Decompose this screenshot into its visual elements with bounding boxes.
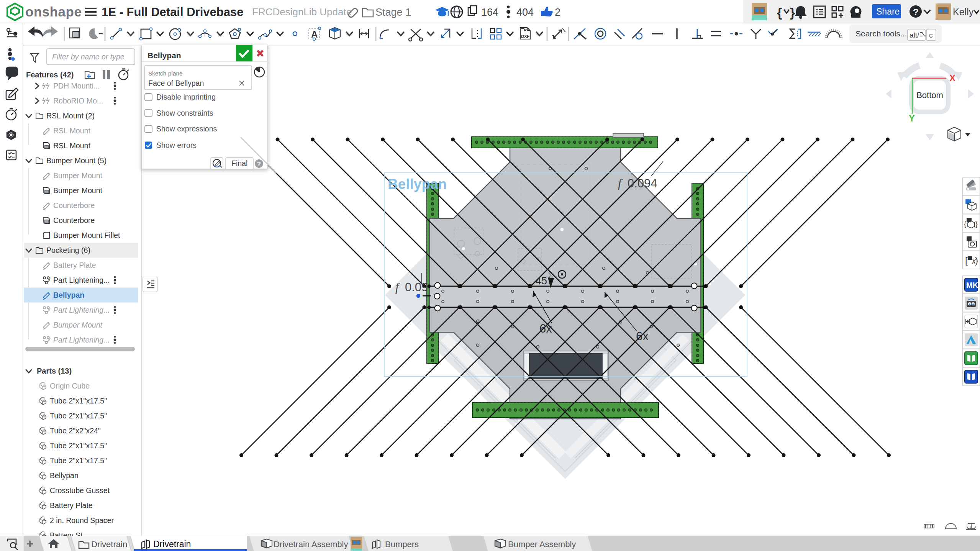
svg-text:0.094: 0.094 xyxy=(628,177,657,190)
svg-text:Show expressions: Show expressions xyxy=(156,125,217,133)
svg-text:Bellypan: Bellypan xyxy=(50,471,79,480)
svg-text:FRCDesignLib Update: FRCDesignLib Update xyxy=(252,6,352,18)
svg-text:Part Lightening...: Part Lightening... xyxy=(53,336,110,344)
svg-text:Battery Plate: Battery Plate xyxy=(50,501,93,510)
svg-text:Y: Y xyxy=(909,113,915,123)
svg-text:6x: 6x xyxy=(636,330,649,343)
svg-text:Show constraints: Show constraints xyxy=(156,109,213,117)
svg-text:}: } xyxy=(790,5,795,20)
svg-text:45: 45 xyxy=(536,275,547,287)
svg-text:Kelly: Kelly xyxy=(953,7,974,17)
svg-text:RSL Mount: RSL Mount xyxy=(53,126,90,135)
svg-text:Crosstube Gusset: Crosstube Gusset xyxy=(50,486,110,495)
svg-text:Bumper Mount Fillet: Bumper Mount Fillet xyxy=(53,231,120,239)
svg-text:?: ? xyxy=(913,7,919,17)
svg-text:Bumper Mount (5): Bumper Mount (5) xyxy=(46,156,107,165)
svg-text:6x: 6x xyxy=(539,322,552,335)
svg-text:RSL Mount: RSL Mount xyxy=(53,141,90,150)
svg-text:Tube 2"x1"x17.5": Tube 2"x1"x17.5" xyxy=(50,441,107,450)
svg-text:[: [ xyxy=(965,255,968,266)
svg-text:Tube 2"x1"x17.5": Tube 2"x1"x17.5" xyxy=(50,456,107,465)
svg-text:Bumper Assembly: Bumper Assembly xyxy=(508,540,576,549)
svg-text:Bellypan: Bellypan xyxy=(388,176,447,192)
svg-text:Bumper Mount: Bumper Mount xyxy=(53,186,102,195)
svg-text:Battery St...: Battery St... xyxy=(50,531,89,536)
svg-text:Features (42): Features (42) xyxy=(26,71,74,79)
svg-text:RoboRIO Mo...: RoboRIO Mo... xyxy=(53,97,103,105)
svg-text:Drivetrain: Drivetrain xyxy=(153,539,191,549)
svg-text:RSL Mount (2): RSL Mount (2) xyxy=(46,112,95,120)
svg-text:Drivetrain: Drivetrain xyxy=(91,540,127,549)
svg-text:164: 164 xyxy=(481,7,498,18)
svg-text:Search tools...: Search tools... xyxy=(855,29,907,38)
svg-text:Filter by name or type: Filter by name or type xyxy=(52,52,125,61)
svg-text:Bellypan: Bellypan xyxy=(147,51,181,60)
svg-text:): ) xyxy=(975,255,978,266)
svg-text:Tube 2"x1"x17.5": Tube 2"x1"x17.5" xyxy=(50,412,107,420)
svg-text:2: 2 xyxy=(555,7,560,18)
svg-text:Pocketing (6): Pocketing (6) xyxy=(46,246,90,254)
svg-text:Stage 1: Stage 1 xyxy=(375,7,411,18)
svg-text:Origin Cube: Origin Cube xyxy=(50,382,90,390)
svg-text:2 in. Round Spacer: 2 in. Round Spacer xyxy=(50,516,114,525)
svg-text:Bumper Mount: Bumper Mount xyxy=(53,321,103,329)
svg-text:X: X xyxy=(949,73,955,83)
svg-text:}: } xyxy=(975,220,978,228)
svg-text:Sketch plane: Sketch plane xyxy=(148,70,183,77)
svg-text:PDH Mounti...: PDH Mounti... xyxy=(53,82,100,90)
svg-text:Tube 2"x1"x17.5": Tube 2"x1"x17.5" xyxy=(50,397,107,405)
svg-text:Counterbore: Counterbore xyxy=(53,216,95,225)
svg-text:Bumpers: Bumpers xyxy=(385,540,419,549)
svg-text:c: c xyxy=(929,31,933,39)
svg-text:Battery Plate: Battery Plate xyxy=(53,261,96,269)
svg-text:Counterbore: Counterbore xyxy=(53,201,95,210)
svg-text:Parts (13): Parts (13) xyxy=(37,367,72,375)
svg-text:Drivetrain Assembly: Drivetrain Assembly xyxy=(274,540,348,549)
svg-text:Share: Share xyxy=(876,7,900,16)
svg-text:DXF: DXF xyxy=(521,34,529,39)
svg-text:+: + xyxy=(203,32,206,38)
svg-text:Bumper Mount: Bumper Mount xyxy=(53,171,102,180)
svg-text:Disable imprinting: Disable imprinting xyxy=(156,93,216,101)
svg-text:Bottom: Bottom xyxy=(916,90,943,100)
svg-text:0.09: 0.09 xyxy=(405,280,428,294)
svg-text:{: { xyxy=(777,5,782,20)
svg-text:{: { xyxy=(964,220,966,228)
svg-text:Show errors: Show errors xyxy=(156,141,197,149)
svg-text:Tube 2"x2"x24": Tube 2"x2"x24" xyxy=(50,426,101,435)
svg-text:Face of Bellypan: Face of Bellypan xyxy=(148,79,204,87)
svg-text:Part Lightening...: Part Lightening... xyxy=(53,306,110,314)
svg-text:alt/: alt/ xyxy=(910,31,919,39)
svg-text:Part Lightening...: Part Lightening... xyxy=(53,276,110,284)
svg-text:Bellypan: Bellypan xyxy=(53,291,84,299)
svg-text:404: 404 xyxy=(516,7,534,18)
svg-text:MK: MK xyxy=(966,281,978,289)
